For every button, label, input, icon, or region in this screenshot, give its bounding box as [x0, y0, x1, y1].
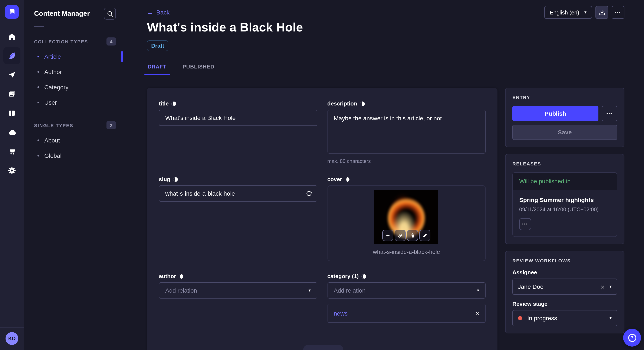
cover-delete-button[interactable]: [407, 230, 418, 241]
sidebar-item-label: Global: [44, 152, 62, 159]
assignee-select[interactable]: Jane Doe × ▾: [512, 279, 617, 295]
category-relation-item: news ×: [327, 304, 486, 323]
chevron-down-icon: ▾: [610, 316, 612, 320]
sidebar-item-label: User: [44, 99, 57, 106]
title-label-row: title: [159, 100, 317, 107]
category-label: category (1): [327, 273, 359, 279]
release-status: Will be published in: [513, 173, 617, 190]
sidebar-item-article[interactable]: Article: [24, 49, 122, 64]
remove-relation-icon[interactable]: ×: [475, 310, 479, 316]
home-icon[interactable]: [4, 28, 20, 45]
topbar: ← Back English (en) ▾ •••: [147, 6, 624, 19]
cover-edit-button[interactable]: [420, 230, 430, 241]
review-stage-label: Review stage: [512, 301, 617, 307]
slug-label-row: slug: [159, 176, 317, 182]
settings-gear-icon[interactable]: [4, 162, 20, 179]
author-label: author: [159, 273, 176, 279]
main-nav-rail: KD: [0, 0, 24, 350]
category-relation-select[interactable]: Add relation ▾: [327, 282, 486, 299]
bullet-icon: [38, 71, 39, 73]
author-label-row: author: [159, 273, 317, 279]
collection-types-count-badge: 4: [106, 37, 116, 45]
category-label-row: category (1): [327, 273, 486, 279]
release-more-button[interactable]: •••: [519, 218, 531, 230]
cutoff-bottom-button[interactable]: [303, 345, 343, 350]
cover-copy-link-button[interactable]: [395, 230, 406, 241]
sidebar-item-global[interactable]: Global: [24, 148, 122, 163]
ellipsis-icon: •••: [522, 222, 528, 226]
release-card: Will be published in Spring Summer highl…: [512, 172, 617, 237]
search-button[interactable]: [104, 8, 116, 19]
help-button[interactable]: ?: [623, 329, 641, 347]
publish-button[interactable]: Publish: [512, 106, 598, 121]
releases-panel: RELEASES Will be published in Spring Sum…: [505, 154, 624, 244]
form-grid: title description Maybe the answer is in…: [159, 100, 486, 323]
user-avatar[interactable]: KD: [6, 332, 18, 345]
content-type-builder-icon[interactable]: [4, 105, 20, 122]
content-manager-icon[interactable]: [4, 47, 20, 64]
tab-draft[interactable]: DRAFT: [147, 60, 167, 75]
field-cover: cover +: [327, 176, 486, 261]
sidebar-item-author[interactable]: Author: [24, 64, 122, 80]
ellipsis-icon: •••: [615, 10, 621, 14]
collection-types-header: COLLECTION TYPES 4: [24, 36, 122, 49]
edit-form-card: title description Maybe the answer is in…: [147, 88, 498, 350]
cover-label-row: cover: [327, 176, 486, 182]
review-workflows-panel: REVIEW WORKFLOWS Assignee Jane Doe × ▾ R…: [505, 251, 624, 334]
collection-types-label: COLLECTION TYPES: [34, 39, 88, 44]
description-label: description: [327, 100, 357, 107]
section-gap: [24, 110, 122, 120]
cloud-icon[interactable]: [4, 124, 20, 141]
releases-icon[interactable]: [4, 66, 20, 83]
export-button[interactable]: [596, 6, 608, 19]
slug-input[interactable]: [159, 185, 317, 201]
release-body: Spring Summer highlights 09/11/2024 at 1…: [513, 190, 617, 236]
chevron-down-icon: ▾: [610, 285, 612, 289]
download-icon: [598, 9, 606, 16]
bullet-icon: [38, 140, 39, 141]
subnav-title: Content Manager: [34, 10, 90, 17]
regenerate-slug-button[interactable]: [305, 190, 312, 197]
relation-news-link[interactable]: news: [334, 310, 348, 317]
field-category: category (1) Add relation ▾ news ×: [327, 273, 486, 323]
media-library-icon[interactable]: [4, 85, 20, 103]
cover-image-black-hole[interactable]: +: [374, 190, 438, 244]
field-slug: slug: [159, 176, 317, 261]
marketplace-cart-icon[interactable]: [4, 143, 20, 160]
language-select[interactable]: English (en) ▾: [544, 6, 592, 19]
refresh-icon: [305, 190, 312, 197]
more-actions-button[interactable]: •••: [612, 6, 624, 19]
review-stage-select[interactable]: In progress ▾: [512, 310, 617, 326]
subnav-header: Content Manager: [24, 0, 122, 25]
version-tabs: DRAFT PUBLISHED: [147, 60, 624, 75]
assignee-label: Assignee: [512, 269, 617, 276]
strapi-logo[interactable]: [5, 5, 19, 19]
clear-assignee-icon[interactable]: ×: [600, 283, 604, 290]
i18n-globe-icon: [361, 274, 366, 279]
ellipsis-icon: •••: [606, 112, 612, 116]
save-button[interactable]: Save: [512, 125, 617, 140]
single-types-header: SINGLE TYPES 2: [24, 120, 122, 133]
entry-panel: ENTRY Publish ••• Save: [505, 88, 624, 147]
sidebar-item-about[interactable]: About: [24, 133, 122, 148]
content-row: title description Maybe the answer is in…: [147, 88, 624, 350]
page-title: What's inside a Black Hole: [147, 20, 624, 34]
tab-published[interactable]: PUBLISHED: [182, 60, 215, 75]
i18n-globe-icon: [171, 101, 176, 106]
author-relation-select[interactable]: Add relation ▾: [159, 282, 317, 299]
author-placeholder: Add relation: [165, 287, 197, 294]
releases-panel-title: RELEASES: [512, 161, 617, 166]
back-link[interactable]: ← Back: [147, 6, 170, 18]
sidebar-item-category[interactable]: Category: [24, 80, 122, 95]
description-textarea[interactable]: Maybe the answer is in this article, or …: [327, 110, 486, 154]
entry-more-button[interactable]: •••: [602, 106, 617, 121]
content-manager-subnav: Content Manager COLLECTION TYPES 4 Artic…: [24, 0, 122, 350]
cover-add-button[interactable]: +: [382, 230, 394, 241]
i18n-globe-icon: [179, 274, 184, 279]
bullet-icon: [38, 56, 39, 57]
title-input[interactable]: [159, 110, 317, 126]
subnav-rule: [34, 26, 44, 27]
sidebar-item-user[interactable]: User: [24, 95, 122, 110]
bullet-icon: [38, 155, 39, 157]
entry-panel-title: ENTRY: [512, 95, 617, 100]
